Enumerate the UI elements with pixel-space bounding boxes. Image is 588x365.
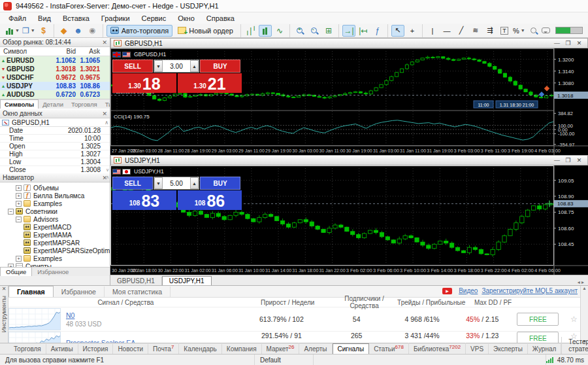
restore-icon[interactable]: ❐ [563, 156, 574, 164]
market-depth-button[interactable]: ◆ [57, 25, 71, 37]
sell-price[interactable]: 10883 [112, 190, 176, 210]
tree-item-expertmapsar[interactable]: ExpertMAPSAR [0, 239, 110, 247]
tree-item-expertmama[interactable]: ExpertMAMA [0, 231, 110, 239]
menu-tools[interactable]: Сервис [136, 14, 172, 23]
tab-scroll-arrows[interactable]: ◂ ▸ [578, 279, 588, 285]
tab-trade[interactable]: Торговля [9, 344, 46, 354]
tab-ticks[interactable]: Тики [101, 100, 110, 109]
profiles-button[interactable]: ❐▼ [22, 25, 36, 37]
volume-stepper[interactable]: ▼ 3.00 ▲ [154, 60, 199, 73]
zoom-in-button[interactable]: + [293, 25, 306, 37]
expand-icon[interactable]: + [16, 193, 22, 199]
scroll-up-icon[interactable]: ∧ [106, 175, 109, 180]
menu-charts[interactable]: Графики [95, 14, 136, 23]
video-icon[interactable]: ▶ [442, 288, 452, 294]
collapse-icon[interactable]: − [8, 209, 14, 215]
close-icon[interactable]: ✕ [102, 39, 107, 46]
signal-row[interactable]: Prospector Scalper EA 291.54% / 91 265 3… [8, 332, 580, 343]
expand-icon[interactable]: + [16, 201, 22, 207]
strategy-tester-tab[interactable]: Тестер стратегий [561, 337, 588, 354]
volume-up-icon[interactable]: ▲ [190, 177, 199, 189]
close-icon[interactable]: ✕ [574, 156, 585, 164]
chart-window-titlebar[interactable]: GBPUSD,H1 — ❐ ✕ [110, 38, 588, 48]
volume-stepper[interactable]: ▼ 5.00 ▲ [154, 177, 199, 190]
tab-news[interactable]: Новости [113, 344, 148, 354]
buy-price[interactable]: 1.3021 [178, 73, 242, 93]
menu-help[interactable]: Справка [201, 14, 240, 23]
text-tool-button[interactable]: T [498, 25, 511, 37]
tab-mail[interactable]: Почта7 [148, 343, 179, 354]
tree-item-volumes[interactable]: +ƒОбъемы∧ [0, 184, 110, 192]
free-button[interactable]: FREE [517, 313, 559, 326]
tree-item-expertmacd[interactable]: ExpertMACD [0, 223, 110, 231]
tab-signals[interactable]: Сигналы [333, 343, 370, 354]
volume-down-icon[interactable]: ▼ [154, 177, 163, 189]
tab-alerts[interactable]: Алерты [299, 344, 332, 354]
auto-scroll-button[interactable]: →| [342, 25, 355, 37]
favorite-star-icon[interactable]: ☆ [568, 315, 580, 324]
close-icon[interactable]: ✕ [0, 286, 8, 292]
buy-price[interactable]: 10886 [178, 190, 242, 210]
restore-icon[interactable]: ❐ [563, 39, 574, 47]
tab-experts[interactable]: Эксперты [489, 344, 528, 354]
tab-symbols[interactable]: Символы [0, 99, 39, 109]
tab-journal[interactable]: Журнал [528, 344, 562, 354]
channel-tool-button[interactable]: ⇶ [483, 25, 497, 37]
volume-down-icon[interactable]: ▼ [154, 60, 163, 72]
tab-articles[interactable]: Статьи678 [369, 343, 409, 354]
sell-button[interactable]: SELL [112, 177, 153, 190]
chart-tab-gbpusd[interactable]: GBPUSD,H1 [110, 277, 162, 285]
tab-signals-home[interactable]: Главная [8, 286, 54, 297]
tab-codebase[interactable]: Библиотека7202 [409, 343, 466, 354]
tab-signals-favorites[interactable]: Избранное [54, 287, 105, 297]
signals-scrollbar[interactable]: ▲ ▼ [580, 286, 588, 343]
hline-tool-button[interactable]: — [440, 25, 453, 37]
tab-assets[interactable]: Активы [46, 344, 78, 354]
close-icon[interactable]: ✕ [574, 39, 585, 47]
chart-window-titlebar[interactable]: USDJPY,H1 — ❐ ✕ [110, 155, 588, 165]
chat-icon[interactable] [542, 27, 550, 33]
expand-icon[interactable]: + [16, 185, 22, 191]
market-watch-row[interactable]: ▲ AUDUSD0.67200.6723 [0, 90, 110, 99]
chart-tab-usdjpy[interactable]: USDJPY,H1 [162, 276, 212, 285]
tab-trading[interactable]: Торговля [67, 100, 101, 109]
community-button[interactable]: ☻ [72, 25, 85, 37]
tab-vps[interactable]: VPS [466, 344, 489, 354]
zoom-out-button[interactable]: - [308, 25, 321, 37]
tab-common[interactable]: Общие [0, 267, 32, 276]
tab-history[interactable]: История [78, 344, 114, 354]
autotrade-button[interactable]: Авто-торговля [106, 25, 173, 37]
tab-company[interactable]: Компания [222, 344, 262, 354]
accounts-button[interactable]: $ [37, 25, 50, 37]
menu-insert[interactable]: Вставка [57, 14, 95, 23]
search-icon[interactable] [531, 27, 536, 33]
fibonacci-tool-button[interactable]: ≋ [469, 25, 482, 37]
tree-item-expertmapsarsizeoptim[interactable]: ExpertMAPSARSizeOptim [0, 247, 110, 254]
menu-file[interactable]: Файл [3, 14, 32, 23]
register-mql5-link[interactable]: Зарегистрируйте MQL5 аккаунт [482, 287, 578, 294]
line-view-button[interactable]: ∿ [273, 25, 286, 37]
tab-signals-mystats[interactable]: Моя статистика [105, 287, 171, 297]
minimize-icon[interactable]: — [551, 156, 563, 164]
scroll-up-icon[interactable]: ▲ [581, 286, 588, 290]
tree-item-examples[interactable]: +Examples [0, 200, 110, 207]
buy-button[interactable]: BUY [200, 177, 240, 190]
status-profile[interactable]: Default [255, 355, 314, 365]
sell-button[interactable]: SELL [112, 60, 153, 73]
market-watch-row[interactable]: ▼ USDCHF0.96720.9675 [0, 73, 110, 82]
tree-item-experts[interactable]: −Советники [0, 207, 110, 215]
tree-item-expert-examples[interactable]: +Examples [0, 254, 110, 262]
chart-shift-button[interactable]: |↤ [357, 25, 370, 37]
buy-button[interactable]: BUY [200, 60, 240, 73]
shapes-tool-button[interactable]: %▼ [512, 25, 526, 37]
tab-details[interactable]: Детали [39, 100, 67, 109]
tree-item-advisors[interactable]: −Advisors [0, 215, 110, 223]
close-icon[interactable]: ✕ [102, 111, 107, 117]
menu-window[interactable]: Окно [172, 14, 201, 23]
market-watch-row[interactable]: ▲ EURUSD1.10621.1065 [0, 56, 110, 65]
tab-favorites[interactable]: Избранное [32, 268, 74, 276]
free-button[interactable]: FREE [517, 332, 559, 343]
new-chart-button[interactable]: ▼ [5, 25, 20, 37]
tab-market[interactable]: Маркет26 [262, 343, 300, 354]
video-link[interactable]: Видео [459, 287, 478, 294]
